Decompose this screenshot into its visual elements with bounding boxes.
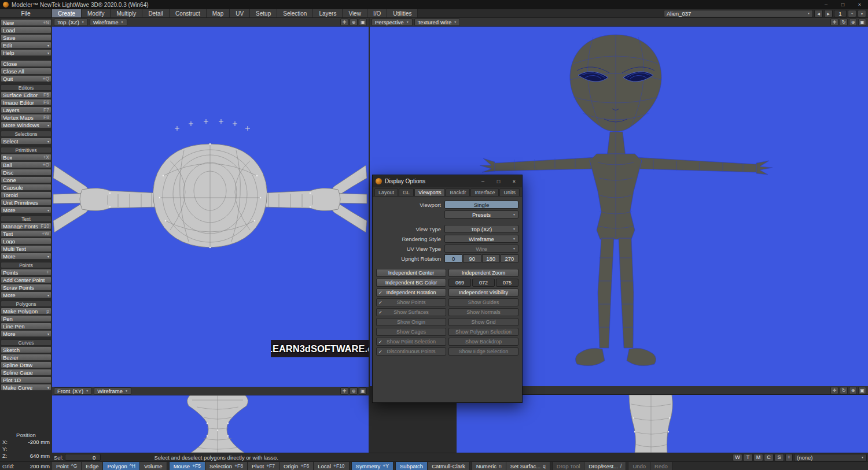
toolbar-set-surfac[interactable]: Set Surfac...q xyxy=(506,462,550,470)
layer-menu-button[interactable]: ▾ xyxy=(858,10,866,17)
sidebar-item-edit[interactable]: Edit▾ xyxy=(1,42,52,49)
option-show-points[interactable]: ✓Show Points xyxy=(376,298,446,306)
vertex-map-dropdown[interactable]: (none) ▼ xyxy=(794,454,867,461)
upright-rotation-0[interactable]: 0 xyxy=(444,254,462,262)
zoom-icon[interactable]: ⊕ xyxy=(350,387,358,395)
dialog-minimize-button[interactable]: – xyxy=(475,175,491,187)
sidebar-item-layers[interactable]: LayersF7 xyxy=(1,106,52,113)
option-independent-bg-color[interactable]: Independent BG Color xyxy=(376,279,446,287)
toolbar-pivot[interactable]: Pivot+F7 xyxy=(248,462,279,470)
menu-tab-layers[interactable]: Layers xyxy=(313,9,343,17)
layer-next-button[interactable]: ▶ xyxy=(824,10,833,17)
toolbar-point[interactable]: Point^G xyxy=(52,462,82,470)
menu-tab-multiply[interactable]: Multiply xyxy=(111,9,142,17)
sidebar-item-points[interactable]: Points+ xyxy=(1,269,52,276)
menu-tab-uv[interactable]: UV xyxy=(230,9,250,17)
bg-color-value-2[interactable]: 075 xyxy=(496,279,518,287)
dialog-tab-backdr[interactable]: Backdr xyxy=(446,188,470,196)
sidebar-item-more[interactable]: More▾ xyxy=(1,330,52,337)
sidebar-item-spline-draw[interactable]: Spline Draw xyxy=(1,361,52,368)
viewport-bottom-right[interactable] xyxy=(457,395,868,453)
viewport-perspective-view-select[interactable]: Perspective ▼ xyxy=(372,18,413,26)
sidebar-item-multi-text[interactable]: Multi Text xyxy=(1,245,52,252)
toolbar-undo[interactable]: Undo xyxy=(628,462,650,470)
menu-tab-utilities[interactable]: Utilities xyxy=(387,9,418,17)
sidebar-item-load[interactable]: Load xyxy=(1,27,52,34)
sidebar-item-manage-fonts[interactable]: Manage FontsF10 xyxy=(1,223,52,230)
rendering-style-select[interactable]: Wireframe ▼ xyxy=(444,235,518,243)
rotate-icon[interactable]: ↻ xyxy=(840,387,848,394)
toolbar-origin[interactable]: Origin+F6 xyxy=(279,462,314,470)
sidebar-item-sketch[interactable]: Sketch xyxy=(1,346,52,353)
sidebar-item-bezier[interactable]: Bezier xyxy=(1,354,52,361)
upright-rotation-90[interactable]: 90 xyxy=(463,254,481,262)
toolbar-selection[interactable]: Selection+F8 xyxy=(205,462,248,470)
toolbar-polygon[interactable]: Polygon^H xyxy=(103,462,139,470)
zoom-icon[interactable]: ⊕ xyxy=(849,18,857,26)
dialog-maximize-button[interactable]: □ xyxy=(491,175,506,187)
bg-color-value-0[interactable]: 069 xyxy=(448,279,471,287)
toolbar-local[interactable]: Local+F10 xyxy=(314,462,349,470)
rotate-icon[interactable]: ↻ xyxy=(840,18,848,26)
viewport-perspective-style-select[interactable]: Textured Wire ▼ xyxy=(414,18,461,26)
toolbar-subpatch[interactable]: Subpatch xyxy=(395,462,428,470)
menu-tab-create[interactable]: Create xyxy=(52,9,82,17)
sidebar-item-close-all[interactable]: Close All xyxy=(1,68,52,75)
sidebar-item-new[interactable]: New+N xyxy=(1,19,52,26)
sidebar-item-more[interactable]: More▾ xyxy=(1,253,52,260)
sidebar-item-logo[interactable]: Logo xyxy=(1,238,52,245)
sidebar-item-unit-primitives[interactable]: Unit Primitives xyxy=(1,199,52,206)
option-discontinuous-points[interactable]: ✓Discontinuous Points xyxy=(376,347,446,356)
dialog-tab-interface[interactable]: Interface xyxy=(470,188,499,196)
option-show-point-selection[interactable]: ✓Show Point Selection xyxy=(376,338,446,346)
menu-tab-i-o[interactable]: I/O xyxy=(367,9,387,17)
expand-icon[interactable]: ▣ xyxy=(359,387,367,395)
sidebar-item-spline-cage[interactable]: Spline Cage xyxy=(1,369,52,376)
viewport-select[interactable]: Single xyxy=(444,201,518,209)
option-show-grid[interactable]: Show Grid xyxy=(448,318,518,326)
vertex-map-add-button[interactable]: + xyxy=(785,454,793,461)
view-type-select[interactable]: Top (XZ) ▼ xyxy=(444,225,518,233)
sidebar-item-quit[interactable]: Quit+Q xyxy=(1,75,52,82)
layer-prev-button[interactable]: ◀ xyxy=(814,10,823,17)
option-independent-zoom[interactable]: Independent Zoom xyxy=(448,269,518,277)
sidebar-item-save[interactable]: Save xyxy=(1,34,52,41)
option-show-backdrop[interactable]: Show Backdrop xyxy=(448,338,518,346)
option-show-surfaces[interactable]: ✓Show Surfaces xyxy=(376,308,446,316)
sidebar-item-vertex-maps[interactable]: Vertex MapsF8 xyxy=(1,114,52,121)
toolbar-mouse[interactable]: Mouse+F5 xyxy=(169,462,205,470)
sidebar-item-pen[interactable]: Pen xyxy=(1,315,52,322)
sidebar-item-disc[interactable]: Disc xyxy=(1,169,52,176)
pan-icon[interactable]: ✛ xyxy=(830,387,838,394)
viewport-top-view-select[interactable]: Top (XZ) ▼ xyxy=(54,18,88,26)
vmap-mode-m[interactable]: M xyxy=(753,454,763,461)
sidebar-item-spray-points[interactable]: Spray Points xyxy=(1,284,52,291)
viewport-top-style-select[interactable]: Wireframe ▼ xyxy=(90,18,127,26)
expand-icon[interactable]: ▣ xyxy=(858,18,866,26)
option-show-cages[interactable]: Show Cages xyxy=(376,328,446,336)
sidebar-item-image-editor[interactable]: Image EditorF6 xyxy=(1,99,52,106)
zoom-icon[interactable]: ⊕ xyxy=(350,18,358,26)
upright-rotation-180[interactable]: 180 xyxy=(482,254,500,262)
toolbar-volume[interactable]: Volume xyxy=(140,462,167,470)
menu-tab-modify[interactable]: Modify xyxy=(82,9,111,17)
toolbar-symmetry[interactable]: Symmetry+Y xyxy=(351,462,393,470)
viewport-front-view-select[interactable]: Front (XY) ▼ xyxy=(54,387,92,395)
pan-icon[interactable]: ✛ xyxy=(340,387,348,395)
dialog-tab-gl[interactable]: GL xyxy=(399,188,414,196)
bg-color-value-1[interactable]: 072 xyxy=(472,279,495,287)
vmap-mode-c[interactable]: C xyxy=(764,454,774,461)
toolbar-drop-tool[interactable]: Drop Tool xyxy=(552,462,585,470)
sidebar-item-more[interactable]: More▾ xyxy=(1,206,52,213)
sidebar-item-surface-editor[interactable]: Surface EditorF5 xyxy=(1,91,52,98)
option-show-edge-selection[interactable]: Show Edge Selection xyxy=(448,347,518,356)
menu-tab-setup[interactable]: Setup xyxy=(250,9,277,17)
sidebar-item-box[interactable]: Box+X xyxy=(1,154,52,161)
sidebar-item-close[interactable]: Close xyxy=(1,60,52,67)
menu-tab-view[interactable]: View xyxy=(343,9,367,17)
pan-icon[interactable]: ✛ xyxy=(340,18,348,26)
option-show-normals[interactable]: Show Normals xyxy=(448,308,518,316)
menu-tab-construct[interactable]: Construct xyxy=(170,9,207,17)
pan-icon[interactable]: ✛ xyxy=(830,18,838,26)
sidebar-item-add-center-point[interactable]: Add Center Point xyxy=(1,276,52,283)
